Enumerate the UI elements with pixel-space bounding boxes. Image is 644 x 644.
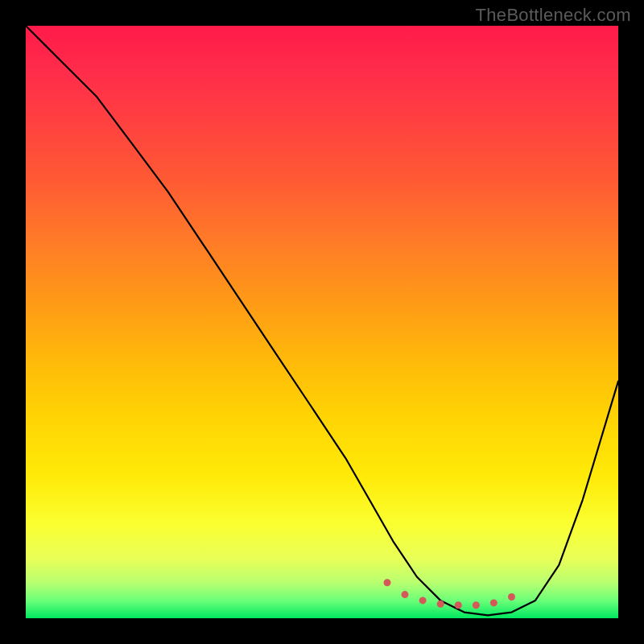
highlight-dot	[455, 601, 462, 609]
highlight-dot	[437, 601, 444, 608]
curve-svg	[26, 26, 618, 618]
highlight-dot	[384, 579, 391, 586]
highlight-dot	[419, 597, 427, 604]
bottleneck-curve	[26, 26, 618, 615]
plot-area	[26, 26, 618, 618]
chart-container: TheBottleneck.com	[0, 0, 644, 644]
watermark-text: TheBottleneck.com	[476, 5, 631, 26]
highlight-dot	[508, 593, 515, 601]
highlight-dot	[490, 599, 497, 606]
highlight-dot	[402, 591, 409, 598]
highlight-dot	[473, 601, 480, 609]
